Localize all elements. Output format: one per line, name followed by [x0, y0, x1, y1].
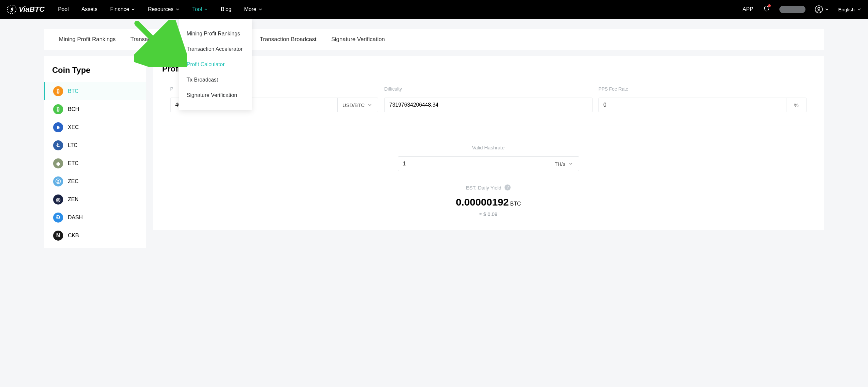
svg-text:₿: ₿: [10, 7, 14, 12]
difficulty-label: Difficulty: [384, 86, 592, 92]
chevron-down-icon: [368, 103, 372, 107]
panel-title: Profit: [162, 64, 814, 73]
subnav-transaction-broadcast[interactable]: Transaction Broadcast: [260, 36, 316, 43]
coin-symbol: ETC: [68, 160, 79, 166]
notifications-button[interactable]: [763, 5, 770, 14]
pps-fee-input[interactable]: [599, 98, 786, 112]
coin-item-bch[interactable]: ₿BCH: [44, 100, 146, 118]
pps-fee-label: PPS Fee Rate: [598, 86, 806, 92]
yield-amount: 0.00000192BTC: [162, 196, 814, 208]
coin-symbol: LTC: [68, 142, 78, 149]
notification-dot: [768, 4, 771, 7]
coin-icon: N: [53, 231, 63, 240]
dropdown-tx-broadcast[interactable]: Tx Broadcast: [179, 72, 252, 88]
coin-symbol: CKB: [68, 233, 79, 238]
pps-unit: %: [786, 98, 806, 112]
dropdown-mining-profit-rankings[interactable]: Mining Profit Rankings: [179, 26, 252, 41]
coin-item-zen[interactable]: ◎ZEN: [44, 191, 146, 208]
sidebar-title: Coin Type: [44, 63, 146, 82]
valid-hashrate-label: Valid Hashrate: [162, 145, 814, 151]
nav-pool[interactable]: Pool: [58, 6, 68, 12]
logo-icon: ₿: [7, 4, 17, 14]
coin-type-sidebar: Coin Type ₿BTC₿BCHeXECŁLTC◆ETCⓩZEC◎ZENĐD…: [44, 56, 146, 248]
coin-icon: ◎: [53, 194, 63, 204]
nav-more[interactable]: More: [244, 6, 262, 12]
difficulty-input[interactable]: [384, 98, 592, 112]
nav-resources[interactable]: Resources: [148, 6, 179, 12]
subnav-signature-verification[interactable]: Signature Verification: [331, 36, 385, 43]
pps-fee-field: PPS Fee Rate %: [598, 86, 806, 112]
yield-approx: ≈ $ 0.09: [162, 211, 814, 217]
chevron-down-icon: [825, 7, 829, 11]
coin-item-ckb[interactable]: NCKB: [44, 227, 146, 245]
nav-finance[interactable]: Finance: [110, 6, 135, 12]
dropdown-profit-calculator[interactable]: Profit Calculator: [179, 57, 252, 72]
brand-logo[interactable]: ₿ ViaBTC: [7, 4, 44, 14]
chevron-up-icon: [204, 7, 208, 11]
coin-icon: ₿: [53, 104, 63, 114]
coin-item-btc[interactable]: ₿BTC: [44, 82, 146, 100]
main-nav: Pool Assets Finance Resources Tool Blog …: [58, 6, 262, 12]
avatar-icon: [815, 5, 823, 13]
brand-text: ViaBTC: [19, 5, 44, 14]
app-link[interactable]: APP: [743, 6, 753, 12]
profit-calculator-panel: Profit P USD/BTC Difficulty: [153, 56, 824, 230]
language-selector[interactable]: English: [838, 7, 861, 12]
account-pill[interactable]: [779, 6, 805, 13]
subnav: Mining Profit Rankings Transaction Accel…: [44, 29, 824, 50]
coin-icon: Ł: [53, 140, 63, 151]
chevron-down-icon: [176, 7, 180, 11]
coin-symbol: XEC: [68, 124, 79, 130]
user-menu[interactable]: [815, 5, 829, 13]
top-navbar: ₿ ViaBTC Pool Assets Finance Resources T…: [0, 0, 868, 19]
subnav-mining-profit-rankings[interactable]: Mining Profit Rankings: [59, 36, 116, 43]
price-unit-select[interactable]: USD/BTC: [337, 98, 378, 112]
dropdown-transaction-accelerator[interactable]: Transaction Accelerator: [179, 41, 252, 57]
coin-icon: ⓩ: [53, 176, 63, 187]
coin-icon: ◆: [53, 158, 63, 168]
hashrate-input[interactable]: [398, 157, 550, 171]
chevron-down-icon: [569, 162, 573, 166]
nav-blog[interactable]: Blog: [221, 6, 231, 12]
chevron-down-icon: [131, 7, 135, 11]
tool-dropdown: Mining Profit Rankings Transaction Accel…: [179, 19, 252, 110]
coin-item-ltc[interactable]: ŁLTC: [44, 136, 146, 154]
svg-point-3: [818, 7, 820, 9]
help-icon[interactable]: ?: [504, 185, 510, 191]
coin-symbol: BTC: [68, 88, 79, 94]
chevron-down-icon: [258, 7, 262, 11]
coin-symbol: ZEC: [68, 179, 79, 185]
difficulty-field: Difficulty: [384, 86, 592, 112]
topbar-right: APP English: [743, 5, 861, 14]
coin-item-dash[interactable]: ĐDASH: [44, 208, 146, 227]
coin-symbol: BCH: [68, 106, 79, 112]
nav-tool[interactable]: Tool: [192, 6, 208, 12]
hashrate-unit-select[interactable]: TH/s: [550, 157, 579, 171]
nav-assets[interactable]: Assets: [81, 6, 97, 12]
coin-item-zec[interactable]: ⓩZEC: [44, 172, 146, 191]
coin-icon: Đ: [53, 213, 63, 223]
dropdown-signature-verification[interactable]: Signature Verification: [179, 88, 252, 103]
est-daily-yield-label: EST. Daily Yield ?: [162, 185, 814, 191]
coin-symbol: DASH: [68, 215, 83, 221]
coin-icon: ₿: [53, 86, 63, 96]
coin-symbol: ZEN: [68, 196, 79, 202]
coin-item-etc[interactable]: ◆ETC: [44, 154, 146, 172]
chevron-down-icon: [857, 7, 861, 11]
coin-icon: e: [53, 122, 63, 132]
coin-item-xec[interactable]: eXEC: [44, 118, 146, 136]
